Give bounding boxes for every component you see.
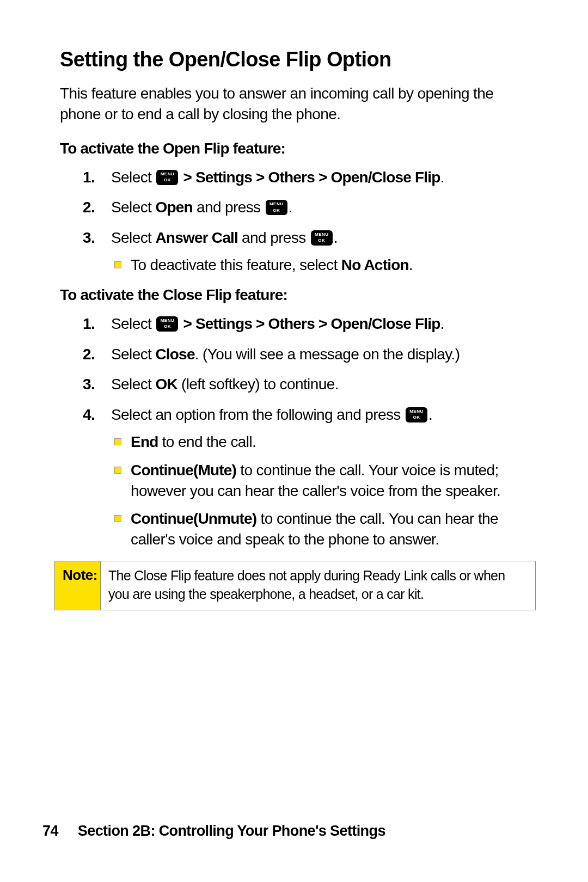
list-item: To deactivate this feature, select No Ac… [111,255,534,275]
closeflip-subhead: To activate the Close Flip feature: [60,286,534,304]
bullet-text: to end the call. [158,433,256,450]
step-number: 4. [83,405,95,425]
step-number: 3. [83,228,95,248]
step-text: Select [111,199,155,216]
step-text: . [440,169,444,186]
bullet-text: To deactivate this feature, select [131,256,341,273]
page-heading: Setting the Open/Close Flip Option [60,48,534,71]
list-item: Continue(Mute) to continue the call. You… [111,460,534,501]
step-number: 2. [83,197,95,218]
intro-paragraph: This feature enables you to answer an in… [60,83,534,125]
closeflip-steps: 1. Select > Settings > Others > Open/Clo… [60,314,534,550]
menu-ok-key-icon [406,407,427,422]
step-text: Select [111,315,155,332]
step-text: . [428,406,432,423]
step-text: . [440,315,444,332]
step-text: Select [111,229,155,246]
list-item: 3. Select Answer Call and press . To dea… [60,228,534,275]
step-text: (left softkey) to continue. [177,376,339,393]
bullet-text-bold: Continue(Mute) [131,462,236,479]
menu-ok-key-icon [266,200,287,215]
step-text-bold: Close [155,346,194,363]
step-text: . (You will see a message on the display… [195,346,460,363]
section-title: Section 2B: Controlling Your Phone's Set… [78,823,385,839]
bullet-text-bold: End [131,433,158,450]
note-text: The Close Flip feature does not apply du… [101,561,535,610]
page-footer: 74Section 2B: Controlling Your Phone's S… [0,823,588,840]
list-item: 4. Select an option from the following a… [60,405,534,550]
note-label: Note: [55,561,101,610]
sub-bullets: To deactivate this feature, select No Ac… [111,255,534,275]
bullet-text-bold: Continue(Unmute) [131,510,256,527]
list-item: Continue(Unmute) to continue the call. Y… [111,509,534,550]
step-text: Select [111,346,155,363]
step-text: and press [193,199,265,216]
step-text-bold: > Settings > Others > Open/Close Flip [179,169,440,186]
step-number: 1. [83,314,95,334]
step-text: Select [111,169,155,186]
step-text: Select [111,376,155,393]
list-item: 2. Select Close. (You will see a message… [60,344,534,365]
sub-bullets: End to end the call. Continue(Mute) to c… [111,432,534,550]
page-content: Setting the Open/Close Flip Option This … [0,0,588,610]
step-number: 2. [83,344,95,365]
page-number: 74 [42,823,58,839]
list-item: 2. Select Open and press . [60,197,534,218]
bullet-text-bold: No Action [341,256,409,273]
menu-ok-key-icon [156,316,178,332]
step-text: . [334,229,338,246]
menu-ok-key-icon [156,170,178,185]
openflip-steps: 1. Select > Settings > Others > Open/Clo… [60,167,534,275]
step-text-bold: > Settings > Others > Open/Close Flip [179,315,440,332]
step-text-bold: Answer Call [155,229,237,246]
bullet-text: . [409,256,413,273]
step-text-bold: Open [155,199,192,216]
note-box: Note: The Close Flip feature does not ap… [54,561,536,611]
list-item: End to end the call. [111,432,534,452]
step-text: Select an option from the following and … [111,406,405,423]
step-text: and press [238,229,310,246]
openflip-subhead: To activate the Open Flip feature: [60,140,534,157]
list-item: 3. Select OK (left softkey) to continue. [60,374,534,395]
step-number: 3. [83,374,95,395]
step-text: . [289,199,292,216]
menu-ok-key-icon [311,230,333,246]
list-item: 1. Select > Settings > Others > Open/Clo… [60,167,534,188]
list-item: 1. Select > Settings > Others > Open/Clo… [60,314,534,334]
step-number: 1. [83,167,95,188]
step-text-bold: OK [155,376,177,393]
